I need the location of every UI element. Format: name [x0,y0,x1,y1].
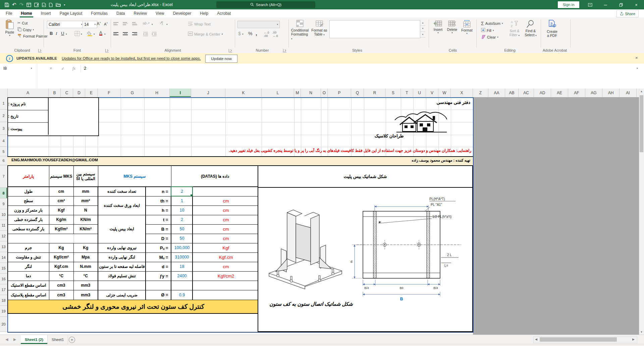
alignment-dialog-launcher[interactable] [229,49,232,52]
cell-r12-mks[interactable]: Kgf/m² [49,224,73,234]
cell-r8-unit[interactable] [193,187,259,196]
tab-acrobat[interactable]: Acrobat [213,9,235,17]
find-select-button[interactable]: Find & Select ▾ [523,19,538,37]
align-center-icon[interactable] [123,32,128,36]
font-name-select[interactable]: Calibri▾ [47,21,84,28]
cell-r16-mks[interactable]: Kgf.cm [49,262,73,271]
scroll-down-icon[interactable]: ▼ [639,329,644,335]
sheet-tab-sheet1-2-[interactable]: Sheet1 (2) [21,335,48,344]
row-header-18[interactable]: 18 [0,295,7,306]
ribbon-display-options-icon[interactable] [584,0,596,9]
orientation-icon[interactable]: ab↗ [143,21,150,25]
tab-formulas[interactable]: Formulas [87,9,112,17]
cell-r15-desc[interactable]: لنگر نهایی وارده [98,252,146,262]
cell-r12-unit[interactable]: cm [193,224,259,234]
row-header-9[interactable]: 9 [0,198,7,209]
column-header-S[interactable]: S [386,89,401,97]
cell-I11[interactable]: 2 [171,215,193,224]
borders-icon[interactable] [74,31,80,38]
cell-r11-desc[interactable]: ابعاد بیس پلیت [98,215,146,243]
scroll-up-icon[interactable]: ▲ [639,89,644,94]
cell-r13-mks[interactable] [49,234,73,243]
row-header-10[interactable]: 10 [0,209,7,220]
number-format-select[interactable]: ▾ [237,21,280,28]
column-header-F[interactable]: F [98,89,121,97]
cell-r8-si[interactable]: mm [73,187,98,196]
undo-icon[interactable]: ↶ [12,2,16,8]
cell-r15-param[interactable]: تنش و مقاومت [8,252,49,262]
cell-r16-symbol[interactable]: d = [146,262,171,271]
tab-developer[interactable]: Developer [169,9,196,17]
cell-r18-param[interactable]: اساس مقطع الاستیک [8,281,49,290]
bold-button[interactable]: B [50,31,53,36]
italic-button[interactable]: I [56,31,57,36]
cut-button[interactable]: ✂Cut [17,21,28,25]
clipboard-dialog-launcher[interactable] [38,49,42,52]
column-header-AE[interactable]: AE [551,89,568,97]
minimize-button[interactable]: ─ [600,0,611,9]
cell-r9-unit[interactable]: cm [193,196,259,206]
cell-I19[interactable]: 0.9 [171,290,193,300]
column-header-Z[interactable]: Z [473,89,488,97]
cell-header-datas[interactable]: داده ها (DATAS) [171,166,259,187]
fill-color-dropdown[interactable]: ▾ [94,33,95,36]
cell-r18-mks[interactable]: cm3 [49,281,73,290]
number-dialog-launcher[interactable] [283,49,286,52]
cell-r11-unit[interactable]: cm [193,215,259,224]
cell-r12-symbol[interactable]: B = [146,224,171,234]
schematic-header-cell[interactable]: شکل شماتیک بیس پلیت [258,165,473,188]
row-header-14[interactable]: 14 [0,252,7,263]
search-box[interactable]: Search (Alt+Q) [216,1,315,8]
cell-r14-unit[interactable]: Kgf [193,243,259,252]
cell-I17[interactable]: 2400 [171,271,193,281]
row-header-4[interactable]: 4 [0,135,7,147]
cell-r17-mks[interactable]: °C [49,271,73,281]
row-header-6[interactable]: 6 [0,156,7,165]
accounting-dropdown[interactable]: ▾ [242,33,244,36]
align-top-icon[interactable] [113,21,118,26]
text-direction-dropdown[interactable]: ▾ [166,23,168,26]
cell-r9-mks[interactable]: cm² [49,196,73,206]
cell-r13-unit[interactable]: cm [193,234,259,243]
cell-I16[interactable]: 18 [171,262,193,271]
fill-button[interactable]: Fill▾ [481,28,494,33]
increase-decimal-icon[interactable]: ←.0.00 [264,31,269,38]
close-button[interactable]: × [631,0,642,9]
column-header-C[interactable]: C [61,89,73,97]
row-header-13[interactable]: 13 [0,241,7,252]
new-sheet-button[interactable]: + [69,337,75,343]
restore-button[interactable] [615,0,627,9]
formula-bar-expand-icon[interactable]: ▾ [637,67,638,70]
autosum-button[interactable]: ΣAutoSum▾ [481,21,503,26]
comma-style-icon[interactable]: , [256,30,257,37]
column-header-L[interactable]: L [262,89,294,97]
column-header-AD[interactable]: AD [534,89,551,97]
merge-center-button[interactable]: Merge & Center▾ [188,32,223,37]
sign-in-button[interactable]: Sign in [558,1,579,8]
update-now-button[interactable]: Update now [205,55,237,63]
cell-r19-unit[interactable] [193,290,259,300]
cell-project-name-label[interactable]: نام پروژه : [8,98,49,110]
cell-r14-symbol[interactable]: Pᵤ = [146,243,171,252]
horizontal-scrollbar[interactable]: ◀ ▶ [533,336,637,343]
column-header-O[interactable]: O [321,89,328,97]
cell-I18[interactable] [171,281,193,290]
row-header-19[interactable]: 19 [0,306,7,317]
cell-r17-si[interactable]: °C [73,271,98,281]
format-cells-button[interactable]: Format▾ [460,20,474,35]
tab-home[interactable]: Home [16,9,36,17]
column-header-D[interactable]: D [73,89,85,97]
cell-header-si[interactable]: سیستم بین المللی یا SI [73,166,98,187]
sheet-tab-sheet1[interactable]: Sheet1 [48,335,68,344]
cell-r19-symbol[interactable]: Ø = [146,290,171,300]
cell-r16-si[interactable]: N.mm [73,262,98,271]
insert-cells-button[interactable]: Insert▾ [431,20,445,34]
cell-r9-si[interactable]: mm² [73,196,98,206]
row-header-20[interactable]: 20 [0,317,7,332]
book-icon[interactable] [34,3,39,7]
row-header-16[interactable]: 16 [0,274,7,284]
notification-close-icon[interactable]: × [635,55,638,60]
percent-style-icon[interactable]: % [248,31,252,36]
conditional-formatting-button[interactable]: Conditional Formatting ▾ [291,19,309,40]
view-grid-icon[interactable] [26,3,31,7]
